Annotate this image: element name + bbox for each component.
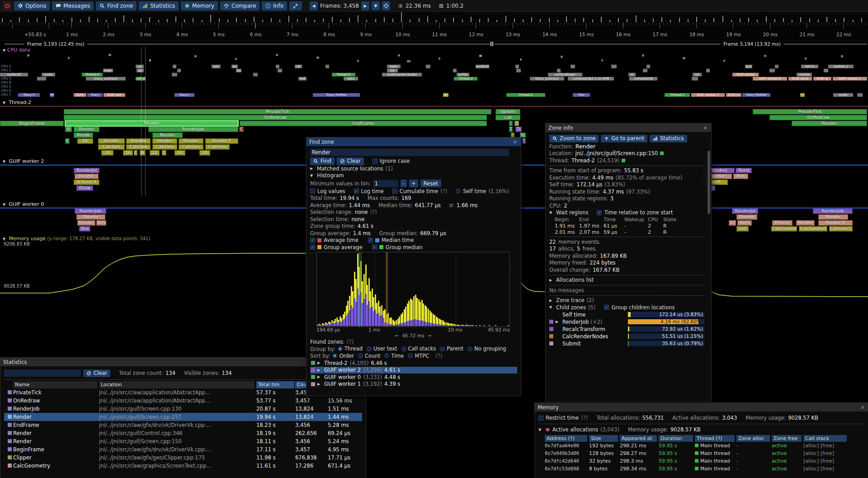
cpu-segment[interactable]: A xyxy=(443,93,448,97)
find-button[interactable]: Find xyxy=(310,157,335,165)
find-zone-histogram[interactable] xyxy=(316,252,510,327)
frame-bar[interactable] xyxy=(10,20,11,22)
frame-bar[interactable] xyxy=(288,16,289,22)
cpu-segment[interactable]: sen-is xyxy=(801,65,818,68)
cpu-segment[interactable]: surfacefinger xyxy=(548,73,582,76)
goto-frame-button[interactable] xyxy=(382,1,390,10)
scrollbar[interactable] xyxy=(707,133,711,400)
frame-3194-label[interactable]: Frame 3,194 (13.92 ms) xyxy=(721,41,783,47)
collapse-icon[interactable]: ▼ xyxy=(549,211,554,215)
alloc-header-1[interactable]: Size xyxy=(589,435,618,442)
cpu-segment[interactable]: ipr xyxy=(137,69,144,72)
frame-bar[interactable] xyxy=(2,19,3,22)
cpu-segment[interactable] xyxy=(37,77,46,80)
timeline-zone[interactable]: RenderJob xyxy=(148,127,238,132)
frame-bar[interactable] xyxy=(861,18,862,22)
child-zones-label[interactable]: Child zones xyxy=(556,304,586,311)
clear-button[interactable]: Clear xyxy=(337,157,364,165)
timeline-zone[interactable]: Render R xyxy=(818,220,853,226)
frame-bar[interactable] xyxy=(115,18,116,22)
timeline-zone[interactable]: 24 xyxy=(101,150,113,156)
cpu-segment[interactable]: au xyxy=(236,69,241,72)
frame-bar[interactable] xyxy=(45,16,46,22)
frame-bar[interactable] xyxy=(731,20,732,22)
frame-3193-label[interactable]: Frame 3,193 (22.45 ms) xyxy=(24,41,87,47)
frame-bar[interactable] xyxy=(549,18,550,22)
timeline-zone[interactable]: Render xyxy=(75,174,99,179)
frame-bar[interactable] xyxy=(609,20,610,22)
toolbar-button-compare[interactable]: Compare xyxy=(220,1,259,10)
frame-bar[interactable] xyxy=(323,19,324,22)
min-bin-input[interactable] xyxy=(373,180,398,187)
timeline-zone[interactable]: T xyxy=(522,138,526,144)
timeline-zone[interactable]: Rend xyxy=(736,168,752,173)
statistics-row[interactable]: Clipperjni/../jni/src/claw/gfx/geo/Clipp… xyxy=(4,454,362,462)
allocation-row[interactable]: 0x7dfc53d8988 bytes298.34 ms59.95 sMain … xyxy=(538,465,865,473)
frame-bar[interactable] xyxy=(410,19,410,22)
frame-bar[interactable] xyxy=(158,20,159,22)
frame-bar[interactable] xyxy=(575,19,576,22)
child-zone-row[interactable]: ▶RecalcTransform72.92 us (1.62%) xyxy=(549,326,705,333)
cpu-segment[interactable] xyxy=(177,69,181,72)
frame-bar[interactable] xyxy=(462,19,463,22)
cpu-segment[interactable]: GUIF-w xyxy=(726,93,741,97)
cpu-segment[interactable] xyxy=(515,65,519,68)
matched-locations-label[interactable]: Matched source locations xyxy=(317,166,383,172)
find-zone-search-input[interactable] xyxy=(310,149,509,156)
frame-bar[interactable] xyxy=(627,19,627,22)
frame-bar[interactable] xyxy=(401,12,402,22)
timeline-zone[interactable]: 26 xyxy=(175,150,185,156)
statistics-button[interactable]: Statistics xyxy=(650,135,687,142)
statistics-row[interactable]: BeginFramejni/../jni/src/claw/gfx/drv/vk… xyxy=(4,445,362,454)
frame-bar[interactable] xyxy=(340,19,341,22)
frame-bar[interactable] xyxy=(722,16,723,22)
self-time-radio[interactable] xyxy=(456,189,461,194)
cpu-segment[interactable]: lgiks xyxy=(344,77,358,80)
frame-bar[interactable] xyxy=(436,20,437,22)
timeline-zone[interactable]: Render xyxy=(179,138,203,144)
scrollbar-thumb[interactable] xyxy=(708,151,710,214)
expand-icon[interactable]: ▶ xyxy=(310,166,315,170)
frame-bar[interactable] xyxy=(419,18,420,22)
cpu-segment[interactable]: Tracy P xyxy=(18,93,40,97)
time-ruler[interactable]: +55.83 s 1 ms2 ms3 ms4 ms5 ms6 ms7 ms8 m… xyxy=(0,23,868,41)
cpu-segment[interactable]: rworke xyxy=(797,73,812,76)
cpu-segment[interactable] xyxy=(775,65,778,68)
cpu-segment[interactable]: Tracy Profiler xyxy=(313,93,360,97)
frame-bar[interactable] xyxy=(375,19,376,22)
log-time-checkbox[interactable] xyxy=(354,189,359,194)
frame-bar[interactable] xyxy=(427,16,428,22)
prev-frame-button[interactable]: ◀ xyxy=(310,1,318,10)
timeline-zone[interactable]: PrivateTick xyxy=(753,109,867,114)
timeline-zone[interactable]: Render xyxy=(152,133,183,138)
frame-bar[interactable] xyxy=(679,18,680,22)
histogram-section-label[interactable]: Histogram xyxy=(317,172,344,179)
timeline-zone[interactable]: EndFrame xyxy=(240,121,487,126)
cpu-segment[interactable] xyxy=(857,93,863,97)
frame-bar[interactable] xyxy=(826,17,827,22)
cpu-segment[interactable] xyxy=(646,65,650,68)
cpu-segment[interactable]: rot_d xyxy=(136,77,146,80)
frame-bar[interactable] xyxy=(835,19,836,22)
cpu-segment[interactable] xyxy=(326,65,329,68)
thread-header-guif0[interactable]: ▼ GUIF worker 0 xyxy=(3,201,44,207)
close-icon[interactable]: × xyxy=(512,139,518,145)
found-zone-group[interactable]: ▶Thread-2(4,105)6.46 s xyxy=(310,360,517,367)
sort-by-option[interactable]: Time xyxy=(384,353,404,359)
frame-bar[interactable] xyxy=(670,20,671,22)
frame-bar[interactable] xyxy=(774,19,775,22)
cpu-segment[interactable] xyxy=(172,73,177,76)
alloc-call-stack[interactable]: [alloc] [free] xyxy=(803,458,834,464)
collapse-icon[interactable]: ▼ xyxy=(549,305,554,309)
go-to-parent-button[interactable]: Go to parent xyxy=(601,135,647,142)
find-zone-title-bar[interactable]: Find zone × xyxy=(307,137,521,146)
timeline-zone[interactable]: Re5 xyxy=(96,220,106,226)
cpu-segment[interactable]: tracy_systrace xyxy=(86,77,126,80)
relative-time-checkbox[interactable] xyxy=(597,210,602,215)
frame-bar[interactable] xyxy=(366,20,367,22)
timeline-zone[interactable]: PrivateTick xyxy=(64,109,491,114)
alloc-header-7[interactable]: Call stack xyxy=(803,435,847,442)
frame-bar[interactable] xyxy=(800,17,801,22)
alloc-call-stack[interactable]: [alloc] [free] xyxy=(803,450,834,456)
timeline-zone[interactable]: Render xyxy=(74,127,99,132)
